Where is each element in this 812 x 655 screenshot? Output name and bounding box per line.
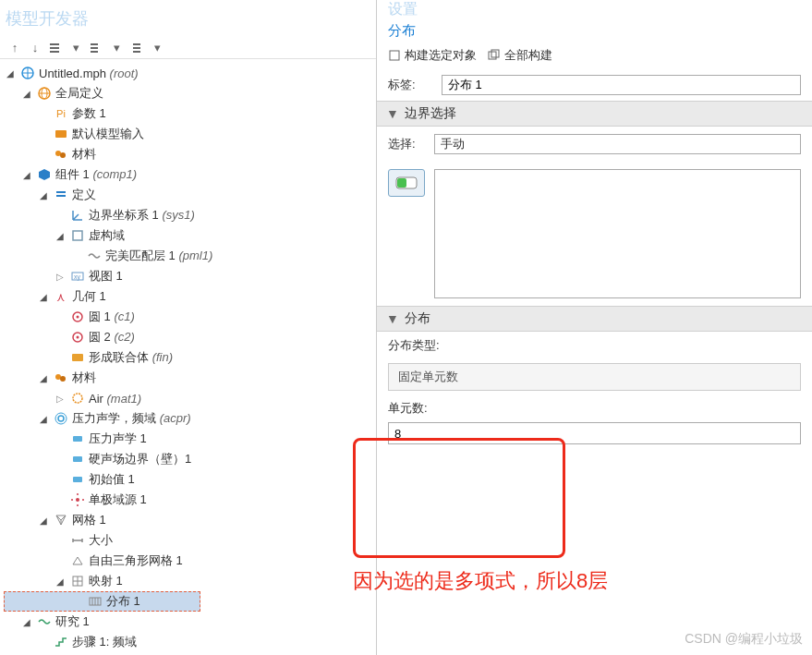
tree-materials2[interactable]: ◢ 材料	[0, 368, 376, 388]
tree-monopole[interactable]: 单极域源 1	[0, 490, 376, 510]
section-distribution[interactable]: ▼ 分布	[377, 306, 812, 332]
svg-point-29	[55, 413, 67, 424]
tree-distribution[interactable]: 分布 1	[4, 591, 200, 612]
svg-rect-7	[133, 47, 140, 49]
svg-point-28	[58, 416, 64, 421]
svg-rect-15	[56, 191, 66, 193]
tree-geometry[interactable]: ◢ ⋏ 几何 1	[0, 286, 376, 307]
tb-dropdown-icon[interactable]: ▾	[67, 39, 85, 57]
tree-circle1[interactable]: 圆 1 (c1)	[0, 307, 376, 327]
svg-point-26	[60, 376, 66, 382]
tree-circle2[interactable]: 圆 2 (c2)	[0, 327, 376, 347]
build-icon	[388, 49, 401, 62]
selection-listbox[interactable]	[434, 169, 801, 298]
component-icon	[37, 167, 52, 182]
chevron-down-icon: ▼	[386, 311, 399, 326]
svg-text:xy: xy	[74, 273, 81, 281]
svg-point-27	[73, 394, 82, 403]
tree-component[interactable]: ◢ 组件 1 (comp1)	[0, 164, 376, 185]
tree-pressure-ac[interactable]: 压力声学 1	[0, 429, 376, 449]
svg-rect-5	[91, 51, 98, 53]
tag-input[interactable]	[442, 75, 801, 95]
initial-icon	[70, 472, 85, 487]
tree-materials[interactable]: 材料	[0, 144, 376, 164]
build-all-button[interactable]: 全部构建	[488, 47, 552, 64]
root-label: Untitled.mph	[39, 67, 106, 80]
tree-study[interactable]: ◢ 研究 1	[0, 612, 376, 632]
left-toolbar: ↑ ↓ ▾ ▾ ▾	[0, 37, 376, 59]
tree-union[interactable]: 形成联合体 (fin)	[0, 347, 376, 368]
tree-virtual-domain[interactable]: ◢ 虚构域	[0, 225, 376, 246]
tree-hard-wall[interactable]: 硬声场边界（壁）1	[0, 449, 376, 469]
tb-list3-icon[interactable]	[127, 39, 146, 57]
air-icon	[70, 391, 85, 406]
tree-mapped[interactable]: ◢ 映射 1	[0, 571, 376, 591]
svg-point-23	[77, 336, 79, 339]
build-selected-button[interactable]: 构建选定对象	[388, 47, 477, 64]
svg-rect-12	[55, 130, 67, 138]
chevron-down-icon: ▼	[386, 106, 399, 121]
dist-type-select[interactable]: 固定单元数	[388, 363, 801, 391]
wall-icon	[70, 452, 85, 467]
tb-list2-icon[interactable]	[87, 39, 105, 57]
active-toggle[interactable]	[388, 169, 425, 197]
tree-size[interactable]: 大小	[0, 530, 376, 551]
tree-default-input[interactable]: 默认模型输入	[0, 124, 376, 144]
acoustics-icon	[54, 411, 68, 426]
mph-icon	[20, 66, 35, 80]
tree-free-tri[interactable]: 自由三角形网格 1	[0, 551, 376, 571]
left-panel-title: 模型开发器	[0, 0, 376, 37]
svg-rect-8	[133, 51, 140, 53]
tree-step[interactable]: 步骤 1: 频域	[0, 632, 376, 652]
tree-initial[interactable]: 初始值 1	[0, 469, 376, 490]
watermark: CSDN @编程小垃圾	[685, 631, 803, 648]
tree-definitions[interactable]: ◢ 定义	[0, 185, 376, 205]
select-label: 选择:	[388, 136, 425, 152]
svg-rect-39	[390, 51, 399, 60]
circle-icon	[70, 330, 85, 345]
tree-boundary-sys[interactable]: 边界坐标系 1 (sys1)	[0, 205, 376, 225]
svg-rect-17	[73, 231, 82, 240]
materials-icon	[54, 370, 68, 385]
svg-rect-3	[91, 43, 98, 45]
dist-icon	[88, 594, 103, 609]
coordsys-icon	[70, 208, 85, 223]
geometry-icon: ⋏	[54, 289, 68, 304]
select-dropdown[interactable]: 手动	[434, 134, 801, 154]
tb-down-icon[interactable]: ↓	[26, 39, 44, 57]
tb-dropdown2-icon[interactable]: ▾	[107, 39, 126, 57]
tri-icon	[70, 553, 85, 568]
def-icon	[54, 188, 68, 202]
elem-count-input[interactable]	[388, 422, 801, 444]
tree-acoustics[interactable]: ◢ 压力声学，频域 (acpr)	[0, 408, 376, 429]
input-icon	[54, 127, 68, 141]
tree-global-def[interactable]: ◢ 全局定义	[0, 83, 376, 103]
svg-rect-2	[50, 51, 59, 53]
tree-pml[interactable]: 完美匹配层 1 (pml1)	[0, 246, 376, 266]
union-icon	[70, 350, 85, 365]
tree-mesh[interactable]: ◢ 网格 1	[0, 510, 376, 530]
params-icon: Pi	[54, 106, 68, 121]
mapped-icon	[70, 574, 85, 588]
svg-rect-6	[133, 43, 140, 45]
svg-rect-0	[50, 43, 59, 45]
svg-rect-4	[91, 47, 98, 49]
tb-up-icon[interactable]: ↑	[6, 39, 24, 57]
tb-list1-icon[interactable]	[46, 39, 65, 57]
monopole-icon	[70, 492, 85, 507]
tree-air[interactable]: ▷ Air (mat1)	[0, 388, 376, 408]
pml-icon	[87, 249, 102, 263]
svg-rect-41	[491, 50, 499, 57]
circle-icon	[70, 309, 85, 324]
section-boundary[interactable]: ▼ 边界选择	[377, 101, 812, 127]
svg-rect-1	[50, 47, 59, 49]
build-all-icon	[488, 49, 501, 62]
materials-icon	[54, 147, 68, 162]
tree-root[interactable]: ◢ Untitled.mph (root)	[0, 63, 376, 83]
right-title: 设置	[377, 0, 812, 20]
svg-point-21	[77, 316, 79, 319]
tree-params[interactable]: Pi 参数 1	[0, 103, 376, 124]
tree-view[interactable]: ▷ xy 视图 1	[0, 266, 376, 286]
tb-dropdown3-icon[interactable]: ▾	[148, 39, 166, 57]
model-tree: ◢ Untitled.mph (root) ◢ 全局定义 Pi 参数 1 默认模…	[0, 59, 376, 655]
